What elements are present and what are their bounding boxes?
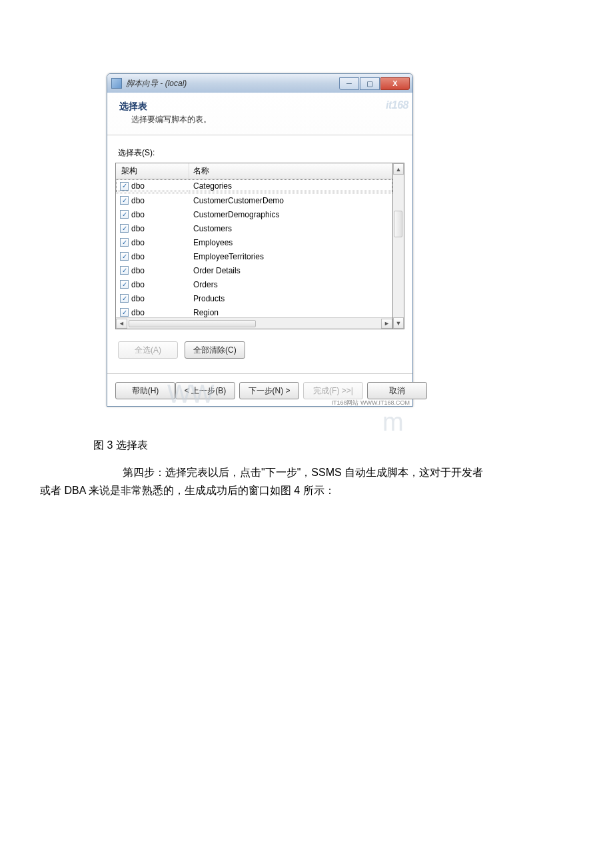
wizard-header: 选择表 选择要编写脚本的表。 it168 [107,93,412,135]
table-row[interactable]: ✓dboCustomers [116,221,392,235]
cell-schema-text: dbo [131,224,145,233]
cell-schema-text: dbo [131,181,145,191]
clear-all-button[interactable]: 全部清除(C) [185,341,245,359]
cell-schema-text: dbo [131,252,145,261]
wizard-window: 脚本向导 - (local) ─ ▢ X 选择表 选择要编写脚本的表。 it16… [107,73,413,407]
checkbox-icon[interactable]: ✓ [120,224,129,233]
next-button[interactable]: 下一步(N) > [239,382,299,399]
maximize-button[interactable]: ▢ [360,77,380,90]
cell-name-text: Orders [189,280,392,289]
select-tables-label: 选择表(S): [115,147,404,159]
vertical-scrollbar[interactable]: ▲ ▼ [393,163,404,329]
wizard-content: 选择表(S): 架构 名称 ✓dboCategories✓dboCustomer… [107,135,412,364]
cell-name-text: Customers [189,224,392,233]
scroll-down-button[interactable]: ▼ [393,317,404,329]
wizard-footer: WW 帮助(H) < 上一步(B) 下一步(N) > 完成(F) >>| 取消 … [107,374,412,406]
cell-schema-text: dbo [131,308,145,317]
checkbox-icon[interactable]: ✓ [120,252,129,261]
select-all-button[interactable]: 全选(A) [118,341,178,359]
scroll-track-v[interactable] [393,175,404,317]
table-outer: 架构 名称 ✓dboCategories✓dboCustomerCustomer… [115,163,404,329]
cell-name-text: EmployeeTerritories [189,252,392,261]
cell-name-text: CustomerDemographics [189,210,392,219]
checkbox-icon[interactable]: ✓ [120,294,129,303]
window-controls: ─ ▢ X [339,77,410,90]
table-row[interactable]: ✓dboOrder Details [116,263,392,277]
finish-button[interactable]: 完成(F) >>| [303,382,363,399]
cell-name-text: Categories [189,181,392,191]
footer-credit: IT168网站 WWW.IT168.COM [331,399,410,407]
checkbox-icon[interactable]: ✓ [120,308,129,317]
tables-list: 架构 名称 ✓dboCategories✓dboCustomerCustomer… [115,163,393,329]
wizard-subtitle: 选择要编写脚本的表。 [131,114,400,125]
cell-schema-text: dbo [131,238,145,247]
paragraph-line-1: 第四步：选择完表以后，点击"下一步"，SSMS 自动生成脚本，这对于开发者 [123,467,483,478]
wizard-title: 选择表 [119,101,400,113]
window-body: 选择表 选择要编写脚本的表。 it168 选择表(S): 架构 名称 ✓dboC… [107,93,412,406]
app-icon [111,78,122,89]
checkbox-icon[interactable]: ✓ [120,196,129,205]
cell-name-text: Order Details [189,266,392,275]
paragraph-line-2: 或者 DBA 来说是非常熟悉的，生成成功后的窗口如图 4 所示： [40,485,335,496]
figure-caption: 图 3 选择表 [93,439,573,453]
scroll-left-button[interactable]: ◄ [116,319,127,329]
cell-name-text: Employees [189,238,392,247]
horizontal-scrollbar[interactable]: ◄ ► [116,317,392,329]
checkbox-icon[interactable]: ✓ [120,210,129,219]
cell-schema-text: dbo [131,196,145,205]
cell-name-text: CustomerCustomerDemo [189,196,392,205]
scroll-thumb-h[interactable] [129,320,256,327]
footer-nav-buttons: < 上一步(B) 下一步(N) > 完成(F) >>| 取消 [175,382,427,399]
checkbox-icon[interactable]: ✓ [120,266,129,275]
window-title: 脚本向导 - (local) [126,78,187,89]
cell-schema-text: dbo [131,280,145,289]
watermark-header: it168 [386,99,408,111]
titlebar[interactable]: 脚本向导 - (local) ─ ▢ X [107,74,412,93]
table-rows: ✓dboCategories✓dboCustomerCustomerDemo✓d… [116,179,392,317]
checkbox-icon[interactable]: ✓ [120,280,129,289]
cell-schema-text: dbo [131,210,145,219]
table-header: 架构 名称 [116,163,392,179]
table-row[interactable]: ✓dboCustomerDemographics [116,207,392,221]
cell-schema-text: dbo [131,266,145,275]
back-button[interactable]: < 上一步(B) [175,382,235,399]
table-row[interactable]: ✓dboRegion [116,305,392,317]
scroll-up-button[interactable]: ▲ [393,163,404,175]
scroll-right-button[interactable]: ► [381,319,392,329]
column-header-schema[interactable]: 架构 [116,163,189,179]
checkbox-icon[interactable]: ✓ [120,238,129,247]
column-header-name[interactable]: 名称 [189,163,392,179]
cancel-button[interactable]: 取消 [367,382,427,399]
cell-schema-text: dbo [131,294,145,303]
article-paragraph: 第四步：选择完表以后，点击"下一步"，SSMS 自动生成脚本，这对于开发者 或者… [40,463,573,499]
table-row[interactable]: ✓dboCustomerCustomerDemo [116,193,392,207]
table-row[interactable]: ✓dboEmployeeTerritories [116,249,392,263]
selection-buttons: 全选(A) 全部清除(C) [115,341,404,359]
table-row[interactable]: ✓dboCategories [116,179,392,193]
help-button[interactable]: 帮助(H) [115,382,175,399]
table-row[interactable]: ✓dboProducts [116,291,392,305]
scroll-thumb-v[interactable] [394,211,402,237]
table-row[interactable]: ✓dboOrders [116,277,392,291]
close-button[interactable]: X [380,77,410,90]
cell-name-text: Region [189,308,392,317]
cell-name-text: Products [189,294,392,303]
table-row[interactable]: ✓dboEmployees [116,235,392,249]
watermark-ext: m [382,408,403,437]
minimize-button[interactable]: ─ [339,77,359,90]
scroll-track-h[interactable] [127,319,381,329]
checkbox-icon[interactable]: ✓ [120,182,129,191]
